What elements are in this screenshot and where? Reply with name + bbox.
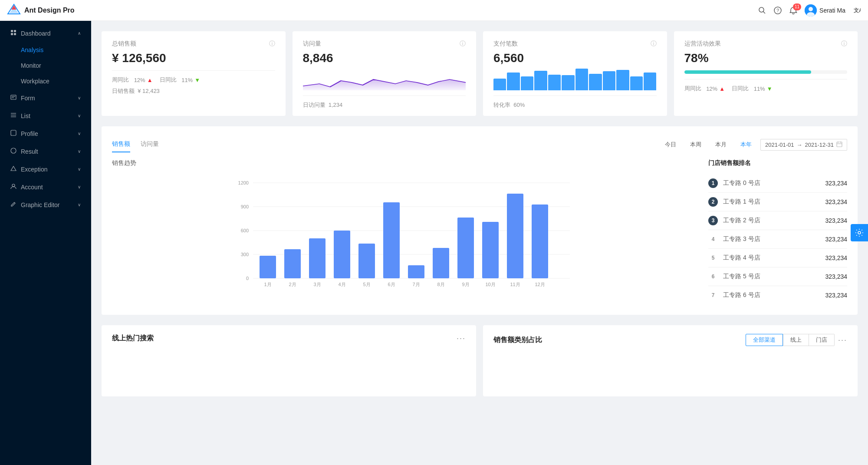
operations-progress-fill [684, 70, 812, 74]
day-change-0: 日同比 11% ▼ [160, 76, 201, 84]
svg-point-25 [12, 184, 15, 187]
stat-footer-total-sales: 周同比 12% ▲ 日同比 11% ▼ [112, 76, 275, 84]
rank-value-4: 323,234 [825, 236, 847, 243]
rank-value-5: 323,234 [825, 254, 847, 261]
stat-card-total-sales: 总销售额 ⓘ ¥ 126,560 周同比 12% ▲ 日同比 11% ▼ [102, 31, 286, 116]
time-btn-week[interactable]: 本周 [685, 139, 707, 150]
visits-info-icon[interactable]: ⓘ [460, 40, 466, 48]
svg-text:10月: 10月 [485, 282, 495, 287]
svg-text:3月: 3月 [313, 282, 321, 287]
ranking-item-7: 7 工专路 6 号店 323,234 [708, 286, 847, 304]
hot-search-more[interactable]: ··· [457, 334, 466, 343]
payment-bar-2 [521, 76, 533, 90]
rank-value-6: 323,234 [825, 273, 847, 280]
ranking-left-5: 5 工专路 4 号店 [708, 253, 760, 263]
avatar [805, 4, 817, 16]
ranking-left-3: 3 工专路 2 号店 [708, 216, 760, 225]
chart-tab-visits[interactable]: 访问量 [141, 137, 159, 152]
svg-text:文A: 文A [854, 7, 861, 13]
help-icon[interactable]: ? [773, 6, 782, 15]
sidebar-item-graphic-editor[interactable]: Graphic Editor ∨ [0, 196, 91, 214]
rank-name-4: 工专路 3 号店 [723, 235, 760, 243]
stat-title-payments: 支付笔数 ⓘ [493, 40, 657, 48]
profile-arrow: ∨ [78, 131, 81, 136]
stat-title-visits: 访问量 ⓘ [303, 40, 466, 48]
date-arrow: → [797, 142, 802, 148]
sidebar-item-exception[interactable]: Exception ∨ [0, 160, 91, 178]
rank-value-1: 323,234 [825, 180, 847, 187]
stat-sub-2: 转化率 60% [493, 101, 657, 109]
sidebar-item-analysis[interactable]: Analysis [0, 42, 91, 58]
svg-rect-51 [383, 202, 400, 278]
sales-category-more[interactable]: ··· [838, 336, 847, 345]
date-end: 2021-12-31 [805, 142, 834, 148]
svg-point-8 [809, 7, 813, 11]
chart-title: 销售趋势 [112, 159, 698, 167]
stat-value-operations: 78% [684, 51, 848, 65]
search-icon[interactable] [758, 6, 766, 15]
sidebar-item-result[interactable]: Result ∨ [0, 142, 91, 160]
sidebar-menu: Dashboard ∧ Analysis Monitor Workplace [0, 21, 91, 217]
main-content: 总销售额 ⓘ ¥ 126,560 周同比 12% ▲ 日同比 11% ▼ [91, 21, 868, 465]
week-change-0: 周同比 12% ▲ [112, 76, 153, 84]
translate-icon[interactable]: 文A [852, 6, 861, 15]
settings-float-button[interactable] [851, 224, 868, 241]
time-btn-today[interactable]: 今日 [660, 139, 681, 150]
time-btn-month[interactable]: 本月 [710, 139, 732, 150]
visits-sparkline [303, 69, 466, 90]
stat-card-payments: 支付笔数 ⓘ 6,560 转化率 60% [483, 31, 667, 116]
svg-text:6月: 6月 [388, 282, 395, 287]
sidebar-item-workplace[interactable]: Workplace [0, 73, 91, 89]
sidebar-item-account[interactable]: Account ∨ [0, 178, 91, 196]
channel-btn-store[interactable]: 门店 [809, 334, 835, 346]
payment-bar-0 [493, 79, 506, 90]
account-arrow: ∨ [78, 185, 81, 189]
sidebar-item-list[interactable]: List ∨ [0, 107, 91, 125]
form-arrow: ∨ [78, 96, 81, 100]
ranking-list: 1 工专路 0 号店 323,234 2 工专路 1 号店 323,234 3 … [708, 174, 847, 304]
stat-title-total-sales: 总销售额 ⓘ [112, 40, 275, 48]
svg-text:900: 900 [241, 204, 249, 209]
date-range-picker[interactable]: 2021-01-01 → 2021-12-31 [760, 139, 847, 151]
svg-text:7月: 7月 [412, 282, 420, 287]
user-info[interactable]: Serati Ma [805, 4, 845, 16]
stat-card-visits: 访问量 ⓘ 8,846 [293, 31, 477, 116]
chart-left: 销售趋势 1200 900 600 [112, 159, 698, 304]
channel-btn-all[interactable]: 全部渠道 [746, 334, 783, 346]
svg-text:300: 300 [241, 252, 249, 257]
ranking-item-1: 1 工专路 0 号店 323,234 [708, 174, 847, 193]
channel-buttons: 全部渠道 线上 门店 [746, 334, 835, 346]
rank-number-7: 7 [708, 290, 718, 300]
svg-text:4月: 4月 [338, 282, 345, 287]
stat-divider-1 [303, 96, 466, 96]
sidebar-item-profile[interactable]: Profile ∨ [0, 125, 91, 142]
payments-info-icon[interactable]: ⓘ [651, 40, 657, 48]
ranking-item-2: 2 工专路 1 号店 323,234 [708, 193, 847, 211]
svg-rect-12 [11, 30, 13, 32]
time-btn-year[interactable]: 本年 [735, 139, 757, 150]
payment-bar-1 [507, 73, 519, 90]
total-sales-info-icon[interactable]: ⓘ [269, 40, 275, 48]
payment-bar-10 [630, 76, 643, 90]
sidebar-item-dashboard[interactable]: Dashboard ∧ [0, 24, 91, 42]
dashboard-icon [10, 30, 16, 37]
channel-btn-online[interactable]: 线上 [783, 334, 809, 346]
svg-point-3 [759, 7, 764, 12]
sidebar-item-monitor[interactable]: Monitor [0, 58, 91, 73]
notification-icon[interactable]: 11 [789, 6, 798, 15]
username: Serati Ma [819, 7, 845, 14]
sales-category-content [493, 353, 847, 388]
payment-bar-6 [575, 69, 588, 90]
bottom-section: 线上热门搜索 ··· 销售额类别占比 全部渠道 线上 门店 [102, 325, 858, 396]
ranking-title: 门店销售额排名 [708, 159, 847, 167]
payment-bar-5 [562, 75, 574, 90]
app-logo[interactable]: Ant Design Pro [7, 3, 98, 17]
operations-info-icon[interactable]: ⓘ [841, 40, 847, 48]
app-name: Ant Design Pro [24, 7, 75, 14]
calendar-icon [836, 141, 842, 148]
rank-number-6: 6 [708, 272, 718, 281]
rank-name-1: 工专路 0 号店 [723, 179, 760, 187]
sidebar-item-form[interactable]: Form ∨ [0, 89, 91, 107]
chart-tab-sales[interactable]: 销售额 [112, 137, 130, 152]
logo-icon [7, 3, 21, 17]
